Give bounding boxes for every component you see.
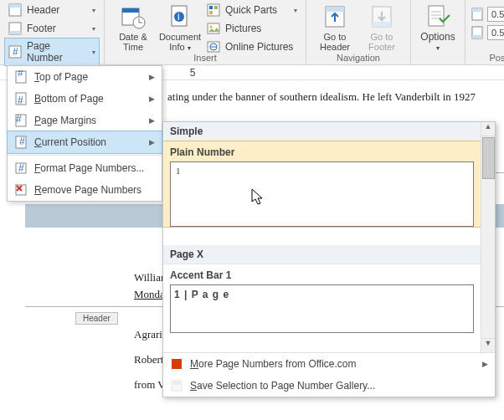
- office-icon: [170, 357, 183, 371]
- menu-current-position[interactable]: # Current Position ▶: [8, 131, 162, 153]
- options-icon: [424, 3, 451, 30]
- goto-footer-label: Go to Footer: [368, 32, 395, 52]
- header-from-top-input[interactable]: [487, 7, 504, 22]
- svg-rect-18: [208, 23, 219, 33]
- svg-rect-24: [326, 7, 344, 12]
- header-position-icon: [471, 8, 484, 21]
- svg-rect-1: [9, 4, 21, 8]
- footer-position-icon: [471, 26, 484, 39]
- quick-parts-label: Quick Parts: [225, 4, 277, 16]
- svg-point-19: [210, 26, 213, 28]
- menu-label: Page Margins: [34, 115, 96, 126]
- gallery-scrollbar[interactable]: ▲ ▼: [481, 122, 495, 352]
- navigation-group-label: Navigation: [306, 53, 410, 63]
- header-from-top-spinner[interactable]: ▲▼: [471, 7, 504, 22]
- position-group-label: Position: [465, 53, 504, 63]
- current-position-icon: #: [14, 136, 28, 149]
- svg-rect-27: [429, 6, 444, 26]
- footer-label: Footer: [27, 23, 56, 34]
- calendar-icon: [120, 3, 147, 30]
- svg-rect-15: [209, 6, 213, 9]
- more-page-numbers[interactable]: More Page Numbers from Office.com ▶: [163, 353, 495, 375]
- svg-rect-16: [214, 6, 218, 9]
- bottom-of-page-icon: #: [14, 92, 28, 105]
- pictures-label: Pictures: [225, 23, 261, 34]
- svg-text:#: #: [19, 136, 25, 147]
- scroll-down-button[interactable]: ▼: [481, 338, 495, 352]
- quick-parts-button[interactable]: Quick Parts ▾: [203, 2, 301, 18]
- footer-from-bottom-spinner[interactable]: ▲▼: [471, 25, 504, 40]
- header-icon: [8, 3, 22, 17]
- goto-header-label: Go to Header: [320, 32, 350, 52]
- header-footer-group: Header ▾ Footer ▾ # Page Number ▾: [0, 0, 105, 64]
- gallery-item-label: Plain Number: [163, 141, 481, 161]
- remove-page-numbers-icon: [14, 183, 28, 197]
- svg-rect-3: [9, 31, 21, 34]
- menu-format-page-numbers[interactable]: # Format Page Numbers...: [8, 157, 162, 179]
- page-margins-icon: #: [14, 114, 28, 127]
- format-page-numbers-icon: #: [14, 161, 28, 175]
- chevron-down-icon: ▾: [92, 25, 95, 33]
- gallery-item-label: Accent Bar 1: [163, 264, 481, 284]
- menu-label: Current Position: [34, 136, 106, 148]
- goto-header-icon: [321, 3, 348, 30]
- footer-dropdown[interactable]: Footer ▾: [5, 20, 99, 37]
- menu-page-margins[interactable]: # Page Margins ▶: [8, 110, 162, 131]
- svg-rect-17: [209, 11, 213, 14]
- gallery-preview: 1 | P a g e: [170, 284, 474, 333]
- options-label: Options▾: [420, 32, 455, 54]
- date-time-label: Date & Time: [119, 32, 147, 52]
- menu-label: Bottom of Page: [34, 93, 104, 105]
- quick-parts-icon: [207, 3, 220, 17]
- menu-label: Save Selection to Page Number Gallery...: [190, 380, 375, 392]
- menu-bottom-of-page[interactable]: # Bottom of Page ▶: [8, 88, 162, 110]
- page-number-gallery: Simple Plain Number 1 Page X Accent Bar …: [162, 121, 496, 397]
- position-group: ▲▼ ▲▼ Position: [465, 0, 504, 64]
- pictures-button[interactable]: Pictures: [203, 20, 301, 37]
- page-number-label: Page Number: [27, 40, 87, 64]
- menu-label: Format Page Numbers...: [34, 162, 144, 174]
- scroll-thumb[interactable]: [482, 137, 495, 179]
- menu-remove-page-numbers[interactable]: Remove Page Numbers: [8, 179, 162, 201]
- page-number-menu: # Top of Page ▶ # Bottom of Page ▶ # Pag…: [7, 65, 162, 202]
- online-pictures-icon: [207, 40, 220, 54]
- insert-group: Date & Time i DocumentInfo ▾ Quick Parts…: [105, 0, 306, 64]
- document-text: ating under the banner of southern ideal…: [167, 89, 479, 105]
- svg-text:#: #: [18, 95, 23, 105]
- page-number-dropdown[interactable]: # Page Number ▾: [5, 38, 99, 65]
- header-tag: Header: [75, 312, 118, 325]
- chevron-down-icon: ▾: [92, 49, 95, 56]
- gallery-category-simple: Simple: [163, 122, 481, 141]
- svg-rect-31: [472, 35, 482, 38]
- footer-icon: [8, 22, 22, 35]
- svg-rect-29: [472, 8, 482, 12]
- chevron-down-icon: ▾: [294, 7, 297, 14]
- navigation-group: Go to Header Go to Footer Navigation: [306, 0, 411, 64]
- scroll-up-button[interactable]: ▲: [481, 122, 495, 136]
- header-label: Header: [27, 4, 59, 16]
- svg-rect-26: [373, 22, 391, 27]
- submenu-arrow-icon: ▶: [149, 95, 155, 103]
- footer-from-bottom-input[interactable]: [487, 25, 504, 40]
- header-dropdown[interactable]: Header ▾: [5, 2, 99, 18]
- options-button[interactable]: Options▾: [416, 2, 460, 54]
- gallery-category-pagex: Page X: [163, 245, 481, 264]
- svg-rect-47: [173, 382, 180, 385]
- menu-label: Top of Page: [34, 71, 88, 83]
- submenu-arrow-icon: ▶: [149, 116, 155, 125]
- gallery-item-accent-bar-1[interactable]: Accent Bar 1 1 | P a g e: [163, 264, 481, 333]
- menu-separator: [8, 155, 162, 156]
- options-group: Options▾: [411, 0, 465, 64]
- pictures-icon: [207, 22, 220, 35]
- svg-text:#: #: [18, 162, 24, 174]
- svg-text:i: i: [177, 11, 180, 23]
- online-pictures-label: Online Pictures: [225, 41, 293, 53]
- gallery-footer: More Page Numbers from Office.com ▶ Save…: [163, 352, 495, 397]
- svg-text:#: #: [13, 46, 18, 58]
- page-number-icon: #: [8, 45, 22, 59]
- save-selection-to-gallery: Save Selection to Page Number Gallery...: [163, 375, 495, 397]
- svg-text:#: #: [16, 114, 22, 125]
- top-of-page-icon: #: [14, 70, 28, 84]
- menu-top-of-page[interactable]: # Top of Page ▶: [8, 66, 162, 88]
- gallery-item-plain-number[interactable]: Plain Number 1: [163, 141, 481, 227]
